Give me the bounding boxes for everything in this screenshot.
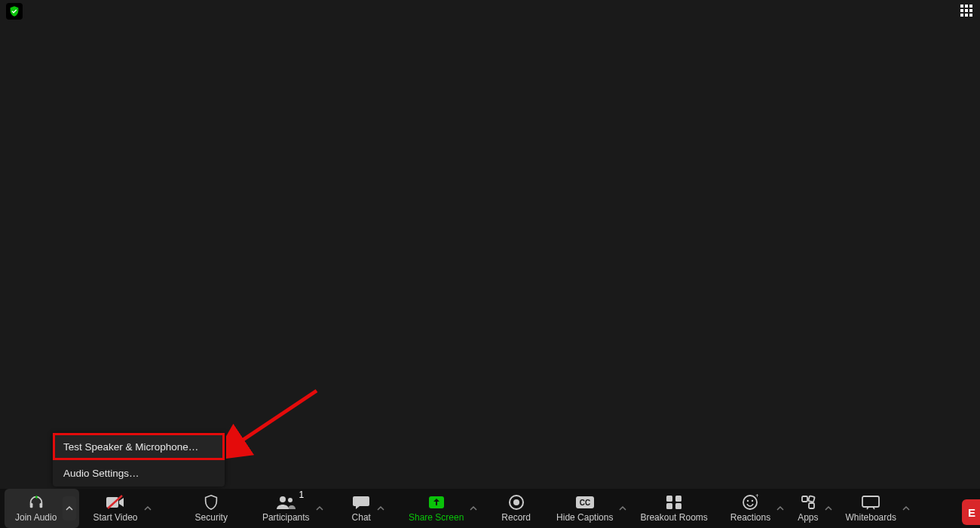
security-button[interactable]: Security: [188, 489, 235, 528]
audio-options-menu: Test Speaker & Microphone… Audio Setting…: [53, 434, 225, 487]
meeting-info-shield[interactable]: [6, 3, 23, 20]
meeting-toolbar: Join Audio Start Video Security 1 Partic…: [0, 489, 980, 528]
whiteboards-caret[interactable]: [901, 503, 911, 514]
share-screen-label: Share Screen: [409, 512, 464, 523]
share-screen-caret[interactable]: [468, 503, 479, 514]
svg-rect-12: [666, 496, 672, 502]
video-off-icon: [106, 494, 125, 511]
breakout-rooms-icon: [666, 494, 682, 511]
svg-rect-20: [802, 496, 807, 502]
participants-icon: 1: [275, 494, 296, 511]
join-audio-caret[interactable]: [63, 496, 76, 520]
start-video-label: Start Video: [93, 512, 137, 523]
svg-rect-14: [666, 503, 672, 509]
chat-caret[interactable]: [375, 503, 386, 514]
share-screen-button[interactable]: Share Screen: [401, 489, 471, 528]
reactions-icon: +: [742, 494, 758, 511]
security-label: Security: [195, 512, 228, 523]
svg-rect-21: [809, 503, 814, 508]
hide-captions-label: Hide Captions: [556, 512, 613, 523]
whiteboards-label: Whiteboards: [846, 512, 896, 523]
shield-check-icon: [8, 5, 20, 17]
record-label: Record: [501, 512, 531, 523]
start-video-button[interactable]: Start Video: [85, 489, 145, 528]
svg-text:CC: CC: [580, 499, 590, 507]
whiteboard-icon: [861, 494, 880, 511]
view-grid-button[interactable]: [959, 3, 977, 21]
captions-caret[interactable]: [617, 503, 628, 514]
breakout-rooms-button[interactable]: Breakout Rooms: [632, 489, 715, 528]
svg-text:+: +: [755, 494, 758, 499]
svg-line-0: [237, 391, 317, 444]
apps-caret[interactable]: [823, 503, 834, 514]
apps-label: Apps: [798, 512, 818, 523]
record-icon: [508, 494, 525, 511]
chat-label: Chat: [352, 512, 371, 523]
end-label: E: [968, 506, 975, 519]
svg-rect-3: [106, 497, 118, 508]
svg-point-5: [280, 496, 286, 502]
reactions-button[interactable]: + Reactions: [723, 489, 778, 528]
whiteboards-button[interactable]: Whiteboards: [838, 489, 904, 528]
svg-rect-23: [862, 496, 879, 507]
reactions-label: Reactions: [730, 512, 770, 523]
participants-count: 1: [299, 490, 305, 500]
annotation-arrow: [226, 383, 332, 459]
svg-rect-2: [39, 503, 42, 508]
participants-caret[interactable]: [314, 503, 325, 514]
chat-icon: [352, 494, 370, 511]
svg-rect-1: [29, 503, 32, 508]
participants-label: Participants: [262, 512, 310, 523]
svg-point-9: [513, 499, 519, 505]
reactions-caret[interactable]: [775, 503, 786, 514]
svg-rect-15: [675, 503, 681, 509]
join-audio-button[interactable]: Join Audio: [8, 489, 64, 528]
apps-button[interactable]: Apps: [790, 489, 825, 528]
record-button[interactable]: Record: [494, 489, 538, 528]
participants-button[interactable]: 1 Participants: [255, 489, 317, 528]
start-video-caret[interactable]: [142, 503, 153, 514]
chat-button[interactable]: Chat: [345, 489, 378, 528]
svg-point-18: [752, 500, 753, 502]
svg-rect-13: [675, 496, 681, 502]
svg-point-17: [747, 500, 749, 502]
captions-icon: CC: [575, 494, 595, 511]
svg-point-6: [288, 498, 292, 502]
join-audio-label: Join Audio: [15, 512, 57, 523]
share-screen-icon: [427, 494, 446, 511]
hide-captions-button[interactable]: CC Hide Captions: [549, 489, 620, 528]
shield-icon: [203, 494, 219, 511]
svg-rect-22: [808, 496, 815, 502]
headphones-icon: [26, 494, 46, 511]
apps-icon: [800, 494, 816, 511]
end-meeting-button[interactable]: E: [962, 499, 980, 525]
menu-item-audio-settings[interactable]: Audio Settings…: [53, 460, 225, 487]
breakout-rooms-label: Breakout Rooms: [640, 512, 707, 523]
menu-item-test-speaker-mic[interactable]: Test Speaker & Microphone…: [53, 434, 225, 460]
